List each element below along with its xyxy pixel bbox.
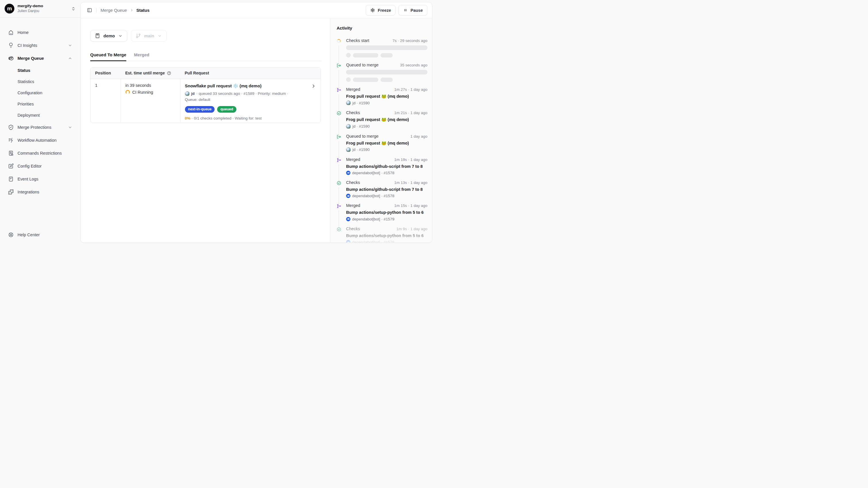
chevron-down-icon	[68, 125, 72, 130]
activity-meta-text: jd · #1590	[352, 101, 370, 105]
activity-label: Checks	[346, 227, 360, 231]
activity-pr-title[interactable]: Bump actions/github-script from 7 to 8	[346, 186, 427, 192]
pr-meta-text: · queued 33 seconds ago · #1589 · Priori…	[196, 91, 288, 97]
sidebar-item-configuration[interactable]: Configuration	[5, 88, 76, 98]
pr-label-badge: queued	[217, 106, 236, 113]
sidebar-item-merge-queue[interactable]: Merge Queue	[5, 53, 76, 64]
sidebar-item-event-logs[interactable]: Event Logs	[5, 173, 76, 185]
activity-pr-title[interactable]: Frog pull request 🐸 (mq demo)	[346, 117, 427, 122]
pr-author[interactable]: jd	[191, 91, 195, 97]
activity-meta-text: dependabot[bot] · #1579	[352, 217, 394, 221]
sidebar-item-config-editor[interactable]: Config Editor	[5, 161, 76, 172]
row-chevron-right-icon[interactable]	[311, 83, 316, 88]
chevron-up-icon	[68, 56, 72, 61]
shield-icon	[8, 124, 14, 130]
chevrons-up-down-icon	[71, 6, 76, 11]
sidebar-item-label: Workflow Automation	[18, 138, 72, 143]
bulb-icon	[8, 42, 14, 48]
activity-time: 1m 21s · 1 day ago	[394, 111, 427, 115]
activity-time: 1m 19s · 1 day ago	[394, 157, 427, 162]
activity-skeleton	[346, 70, 427, 82]
help-circle-icon[interactable]	[167, 71, 171, 75]
activity-item[interactable]: Merged 1m 27s · 1 day ago Frog pull requ…	[337, 87, 427, 110]
dependabot-icon	[346, 194, 350, 198]
sidebar-item-merge-protections[interactable]: Merge Protections	[5, 121, 76, 133]
activity-meta: dependabot[bot] · #1578	[346, 171, 427, 175]
activity-time: 1m 13s · 1 day ago	[394, 180, 427, 185]
sidebar-item-home[interactable]: Home	[5, 27, 76, 38]
sidebar-item-workflow-automation[interactable]: Workflow Automation	[5, 135, 76, 146]
activity-item[interactable]: Queued to merge 35 seconds ago	[337, 63, 427, 87]
activity-meta: dependabot[bot] · #1579	[346, 217, 427, 221]
queue-table: Position Est. time until merge Pull Requ…	[90, 67, 321, 123]
column-label: Position	[95, 71, 111, 75]
breadcrumb-chevron-icon	[130, 8, 133, 12]
column-label: Pull Request	[185, 71, 209, 75]
activity-panel: Activity Checks start 7s · 29 seconds ag…	[330, 19, 432, 242]
activity-pr-title[interactable]: Frog pull request 🐸 (mq demo)	[346, 93, 427, 99]
sidebar-item-help-center[interactable]: Help Center	[5, 230, 76, 240]
pr-checks: 0% · 0/1 checks completed · Waiting for:…	[185, 116, 316, 120]
tab-merged[interactable]: Merged	[134, 52, 149, 61]
checks-progress: 0%	[185, 116, 191, 120]
activity-item[interactable]: Queued to merge 1 day ago Frog pull requ…	[337, 134, 427, 157]
activity-item[interactable]: Merged 1m 15s · 1 day ago Bump actions/s…	[337, 203, 427, 226]
activity-item[interactable]: Checks 1m 13s · 1 day ago Bump actions/g…	[337, 180, 427, 203]
sidebar-item-commands-restrictions[interactable]: Commands Restrictions	[5, 147, 76, 159]
activity-meta-text: dependabot[bot] · #1578	[352, 194, 394, 198]
breadcrumb-parent[interactable]: Merge Queue	[100, 8, 127, 12]
ci-status: CI Running	[126, 90, 176, 94]
merged-icon	[337, 88, 341, 92]
pr-badges: next-in-queuequeued	[185, 106, 316, 113]
activity-time: 35 seconds ago	[400, 63, 427, 67]
branch-select[interactable]: main	[131, 30, 166, 42]
filters: demo main	[90, 30, 321, 42]
queue-in-icon	[337, 63, 341, 68]
breadcrumb: Merge Queue Status	[100, 8, 150, 12]
sidebar-item-priorities[interactable]: Priorities	[5, 99, 76, 109]
activity-meta: dependabot[bot] · #1579	[346, 240, 427, 242]
activity-meta: dependabot[bot] · #1578	[346, 194, 427, 198]
help-center-label: Help Center	[18, 232, 40, 237]
pause-button[interactable]: Pause	[398, 5, 427, 16]
activity-skeleton	[346, 46, 427, 57]
check-icon	[337, 181, 341, 185]
check-icon	[337, 227, 341, 232]
tab-queued-to-merge[interactable]: Queued To Merge	[90, 52, 126, 61]
sidebar-item-statistics[interactable]: Statistics	[5, 77, 76, 87]
git-branch-icon	[135, 33, 141, 38]
activity-pr-title[interactable]: Bump actions/setup-python from 5 to 6	[346, 209, 427, 215]
org-info: mergify-demo Julien Danjou	[18, 4, 68, 13]
org-switcher[interactable]: m mergify-demo Julien Danjou	[0, 0, 81, 18]
activity-meta: jd · #1590	[346, 101, 427, 105]
queue-row[interactable]: 1 in 39 seconds CI Running Snowflake pul…	[91, 79, 320, 123]
freeze-button[interactable]: Freeze	[366, 5, 396, 16]
sidebar-toggle-button[interactable]	[85, 6, 93, 15]
merged-icon	[337, 204, 341, 208]
activity-item[interactable]: Checks 1m 21s · 1 day ago Frog pull requ…	[337, 110, 427, 134]
sidebar-item-ci-insights[interactable]: CI Insights	[5, 40, 76, 51]
sidebar-item-integrations[interactable]: Integrations	[5, 186, 76, 198]
activity-pr-title[interactable]: Frog pull request 🐸 (mq demo)	[346, 140, 427, 146]
breadcrumb-current: Status	[136, 8, 150, 12]
queue-in-icon	[337, 135, 341, 139]
activity-meta-text: jd · #1590	[352, 147, 370, 152]
edit-icon	[8, 163, 14, 169]
pr-title[interactable]: Snowflake pull request ❄️ (mq demo)	[185, 83, 262, 89]
sidebar-item-status[interactable]: Status	[5, 65, 76, 75]
mergify-logo: m	[5, 4, 14, 13]
activity-pr-title[interactable]: Bump actions/github-script from 7 to 8	[346, 164, 427, 169]
activity-item[interactable]: Checks start 7s · 29 seconds ago	[337, 38, 427, 63]
activity-label: Merged	[346, 157, 360, 162]
activity-item[interactable]: Checks 1m 9s · 1 day ago Bump actions/se…	[337, 227, 427, 242]
activity-item[interactable]: Merged 1m 19s · 1 day ago Bump actions/g…	[337, 157, 427, 180]
activity-pr-title[interactable]: Bump actions/setup-python from 5 to 6	[346, 233, 427, 238]
sidebar-item-deployment[interactable]: Deployment	[5, 110, 76, 120]
repository-select[interactable]: demo	[90, 30, 127, 42]
activity-label: Merged	[346, 203, 360, 208]
sidebar-item-label: Home	[18, 30, 72, 35]
ci-status-label: CI Running	[132, 90, 153, 94]
queue-main: demo main Queued To MergeMerged Position	[81, 19, 330, 242]
pr-queue-text: Queue: default	[185, 97, 316, 103]
sidebar-item-label: Merge Queue	[18, 56, 64, 61]
